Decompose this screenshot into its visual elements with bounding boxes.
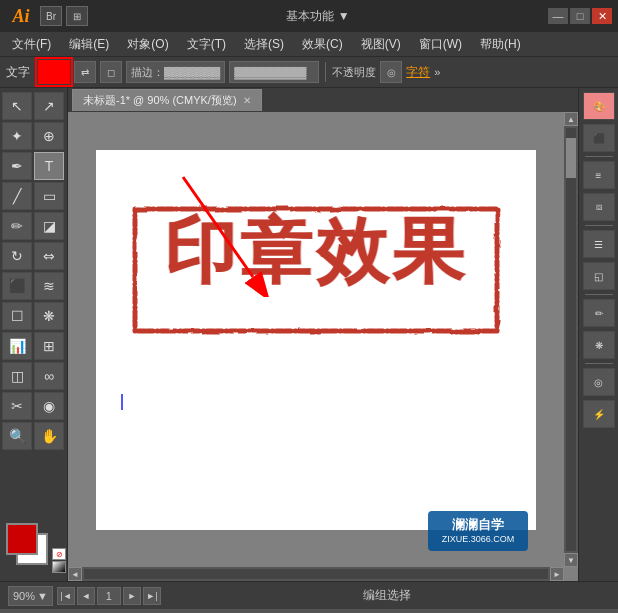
menu-bar: 文件(F) 编辑(E) 对象(O) 文字(T) 选择(S) 效果(C) 视图(V… (0, 32, 618, 56)
artboards-panel-btn[interactable]: ◱ (583, 262, 615, 290)
stamp-wrapper: 印章效果 (131, 205, 501, 335)
pencil-tool[interactable]: ✏ (2, 212, 32, 240)
tool-row-7: ⬛ ≋ (2, 272, 65, 300)
menu-type[interactable]: 文字(T) (179, 33, 234, 55)
scroll-up-arrow[interactable]: ▲ (564, 112, 578, 126)
prev-page-btn[interactable]: ◄ (77, 587, 95, 605)
separator (325, 62, 326, 82)
page-input[interactable] (97, 587, 121, 605)
opacity-icon[interactable]: ◎ (380, 61, 402, 83)
canvas-scroll[interactable]: 印章效果 ▲ (68, 112, 578, 581)
eraser-tool[interactable]: ◪ (34, 212, 64, 240)
last-page-btn[interactable]: ►| (143, 587, 161, 605)
next-page-btn[interactable]: ► (123, 587, 141, 605)
fill-color-swatch[interactable] (38, 60, 70, 84)
tab-label: 未标题-1* @ 90% (CMYK/预览) (83, 93, 237, 108)
scroll-thumb-v[interactable] (566, 138, 576, 178)
tab-close-icon[interactable]: ✕ (243, 95, 251, 106)
tool-row-6: ↻ ⇔ (2, 242, 65, 270)
lasso-tool[interactable]: ⊕ (34, 122, 64, 150)
direct-selection-tool[interactable]: ↗ (34, 92, 64, 120)
eyedropper-tool[interactable]: ✂ (2, 392, 32, 420)
menu-file[interactable]: 文件(F) (4, 33, 59, 55)
brushes-panel-btn[interactable]: ✏ (583, 299, 615, 327)
rotate-tool[interactable]: ↻ (2, 242, 32, 270)
measure-tool[interactable]: ◉ (34, 392, 64, 420)
gradient-small-icon[interactable] (52, 561, 66, 573)
vertical-scrollbar[interactable]: ▲ ▼ (564, 112, 578, 567)
menu-view[interactable]: 视图(V) (353, 33, 409, 55)
bridge-button[interactable]: Br (40, 6, 62, 26)
zoom-dropdown[interactable]: 90% ▼ (8, 586, 53, 606)
swap-colors-icon[interactable]: ⇄ (74, 61, 96, 83)
document-tab[interactable]: 未标题-1* @ 90% (CMYK/预览) ✕ (72, 89, 262, 111)
tool-row-2: ✦ ⊕ (2, 122, 65, 150)
left-toolbox: ↖ ↗ ✦ ⊕ ✒ T ╱ ▭ ✏ ◪ ↻ ⇔ ⬛ ≋ ☐ ❋ (0, 88, 68, 581)
close-button[interactable]: ✕ (592, 8, 612, 24)
color-panel-btn[interactable]: 🎨 (583, 92, 615, 120)
workspace-button[interactable]: ⊞ (66, 6, 88, 26)
foreground-color-box[interactable] (6, 523, 38, 555)
tool-row-3: ✒ T (2, 152, 65, 180)
maximize-button[interactable]: □ (570, 8, 590, 24)
page-nav: |◄ ◄ ► ►| (57, 587, 161, 605)
first-page-btn[interactable]: |◄ (57, 587, 75, 605)
scroll-left-arrow[interactable]: ◄ (68, 567, 82, 581)
rectangle-tool[interactable]: ▭ (34, 182, 64, 210)
blend-tool[interactable]: ∞ (34, 362, 64, 390)
stamp-text: 印章效果 (131, 205, 501, 297)
hand-tool[interactable]: ✋ (34, 422, 64, 450)
scroll-down-arrow[interactable]: ▼ (564, 553, 578, 567)
stroke-dropdown[interactable]: 描边： ▓▓▓▓▓▓▓ (126, 61, 225, 83)
watermark-text: 澜澜自学 ZIXUE.3066.COM (442, 517, 515, 546)
magic-wand-tool[interactable]: ✦ (2, 122, 32, 150)
scale-tool[interactable]: ⬛ (2, 272, 32, 300)
transform-panel-btn[interactable]: ⬛ (583, 124, 615, 152)
menu-help[interactable]: 帮助(H) (472, 33, 529, 55)
zoom-value: 90% (13, 590, 35, 602)
symbol-tool[interactable]: ❋ (34, 302, 64, 330)
zoom-tool[interactable]: 🔍 (2, 422, 32, 450)
fill-color-inner (40, 62, 68, 82)
toolbar: 文字 ⇄ ◻ 描边： ▓▓▓▓▓▓▓ ▓▓▓▓▓▓▓▓▓ 不透明度 ◎ 字符 » (0, 56, 618, 88)
align-panel-btn[interactable]: ≡ (583, 161, 615, 189)
menu-effect[interactable]: 效果(C) (294, 33, 351, 55)
horizontal-scrollbar[interactable]: ◄ ► (68, 567, 564, 581)
symbols-panel-btn[interactable]: ❋ (583, 331, 615, 359)
character-link[interactable]: 字符 (406, 64, 430, 81)
reflect-tool[interactable]: ⇔ (34, 242, 64, 270)
minimize-button[interactable]: — (548, 8, 568, 24)
title-center: 基本功能 ▼ (88, 8, 548, 25)
stroke-icon[interactable]: ◻ (100, 61, 122, 83)
pen-tool[interactable]: ✒ (2, 152, 32, 180)
appearance-panel-btn[interactable]: ◎ (583, 368, 615, 396)
watermark: 澜澜自学 ZIXUE.3066.COM (428, 511, 528, 551)
none-icon[interactable]: ⊘ (52, 548, 66, 560)
menu-select[interactable]: 选择(S) (236, 33, 292, 55)
scroll-right-arrow[interactable]: ► (550, 567, 564, 581)
layers-panel-btn[interactable]: ☰ (583, 230, 615, 258)
mesh-tool[interactable]: ⊞ (34, 332, 64, 360)
canvas-area: 未标题-1* @ 90% (CMYK/预览) ✕ (68, 88, 578, 581)
warp-tool[interactable]: ≋ (34, 272, 64, 300)
menu-window[interactable]: 窗口(W) (411, 33, 470, 55)
menu-edit[interactable]: 编辑(E) (61, 33, 117, 55)
title-bar: Ai Br ⊞ 基本功能 ▼ — □ ✕ (0, 0, 618, 32)
menu-object[interactable]: 对象(O) (119, 33, 176, 55)
pathfinder-panel-btn[interactable]: ⧇ (583, 193, 615, 221)
tool-row-12: 🔍 ✋ (2, 422, 65, 450)
tabs-bar: 未标题-1* @ 90% (CMYK/预览) ✕ (68, 88, 578, 112)
toolbar-arrow: » (434, 66, 440, 78)
scroll-track-v[interactable] (566, 128, 576, 551)
panel-sep-3 (585, 294, 613, 295)
stroke-width-dropdown[interactable]: ▓▓▓▓▓▓▓▓▓ (229, 61, 319, 83)
free-transform-tool[interactable]: ☐ (2, 302, 32, 330)
gradient-tool[interactable]: ◫ (2, 362, 32, 390)
selection-tool[interactable]: ↖ (2, 92, 32, 120)
graph-tool[interactable]: 📊 (2, 332, 32, 360)
scroll-track-h[interactable] (84, 569, 548, 579)
type-tool active[interactable]: T (34, 152, 64, 180)
stroke-value: ▓▓▓▓▓▓▓ (164, 66, 220, 78)
line-tool[interactable]: ╱ (2, 182, 32, 210)
graphic-styles-btn[interactable]: ⚡ (583, 400, 615, 428)
